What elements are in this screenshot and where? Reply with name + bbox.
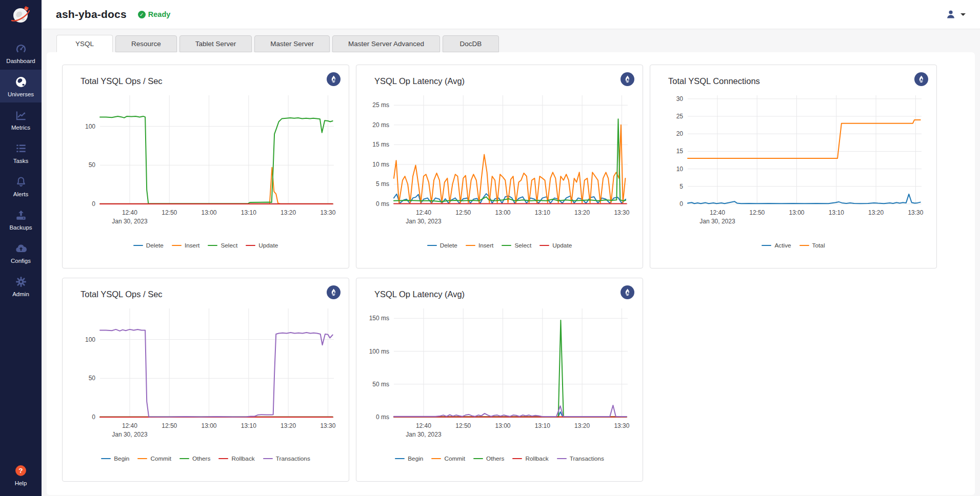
chart-plot-area[interactable]: 12:40Jan 30, 202312:5013:0013:1013:2013:… xyxy=(71,88,340,240)
legend-item-delete[interactable]: Delete xyxy=(427,242,457,249)
legend-item-insert[interactable]: Insert xyxy=(172,242,200,249)
svg-text:13:10: 13:10 xyxy=(241,209,256,216)
chart-plot-area[interactable]: 12:40Jan 30, 202312:5013:0013:1013:2013:… xyxy=(365,88,634,240)
legend-swatch xyxy=(218,458,228,460)
legend-item-begin[interactable]: Begin xyxy=(395,455,423,462)
svg-text:0: 0 xyxy=(679,200,683,208)
legend-item-insert[interactable]: Insert xyxy=(466,242,494,249)
panel-total-ysql-ops-transactions: Total YSQL Ops / Sec 12:40Jan 30, 202312… xyxy=(62,278,349,482)
legend-label: Delete xyxy=(440,242,457,249)
tab-resource[interactable]: Resource xyxy=(115,35,177,52)
sidebar-item-help[interactable]: ? Help xyxy=(0,459,42,491)
svg-text:5 ms: 5 ms xyxy=(376,180,389,188)
legend-item-update[interactable]: Update xyxy=(246,242,278,249)
tab-tablet-server[interactable]: Tablet Server xyxy=(179,35,252,52)
prometheus-icon[interactable] xyxy=(327,72,341,86)
legend-item-select[interactable]: Select xyxy=(208,242,237,249)
sidebar-item-label: Tasks xyxy=(13,158,28,164)
svg-text:100: 100 xyxy=(85,123,95,130)
sidebar-item-admin[interactable]: Admin xyxy=(0,270,42,302)
chart-plot-area[interactable]: 12:40Jan 30, 202312:5013:0013:1013:2013:… xyxy=(659,88,928,240)
chart-legend: BeginCommitOthersRollbackTransactions xyxy=(71,455,340,462)
sidebar-item-backups[interactable]: Backups xyxy=(0,203,42,236)
prometheus-icon[interactable] xyxy=(621,72,634,86)
prometheus-icon[interactable] xyxy=(327,285,341,299)
sidebar-item-dashboard[interactable]: Dashboard xyxy=(0,36,42,69)
legend-item-commit[interactable]: Commit xyxy=(137,455,171,462)
chart-title: YSQL Op Latency (Avg) xyxy=(374,290,634,299)
svg-text:5: 5 xyxy=(679,183,683,190)
legend-item-rollback[interactable]: Rollback xyxy=(218,455,254,462)
legend-swatch xyxy=(557,458,567,460)
prometheus-icon[interactable] xyxy=(621,285,634,299)
tab-docdb[interactable]: DocDB xyxy=(443,35,499,52)
legend-item-active[interactable]: Active xyxy=(762,242,791,249)
tab-ysql[interactable]: YSQL xyxy=(56,35,113,52)
sidebar-item-label: Alerts xyxy=(13,191,28,197)
status-text: Ready xyxy=(148,10,171,18)
chart-line-icon xyxy=(14,109,28,122)
legend-label: Rollback xyxy=(231,455,254,462)
panel-total-ysql-connections: Total YSQL Connections 12:40Jan 30, 2023… xyxy=(650,65,937,268)
legend-swatch xyxy=(246,245,255,246)
legend-label: Active xyxy=(774,242,791,249)
legend-label: Transactions xyxy=(276,455,310,462)
legend-item-others[interactable]: Others xyxy=(179,455,210,462)
svg-text:12:40: 12:40 xyxy=(122,209,137,216)
svg-text:15 ms: 15 ms xyxy=(372,141,389,148)
legend-item-transactions[interactable]: Transactions xyxy=(263,455,310,462)
cloud-upload-icon xyxy=(14,242,28,255)
svg-text:10: 10 xyxy=(676,166,684,173)
svg-text:13:10: 13:10 xyxy=(535,422,550,429)
svg-text:13:10: 13:10 xyxy=(829,209,844,216)
tab-master-server-advanced[interactable]: Master Server Advanced xyxy=(332,35,440,52)
svg-text:0 ms: 0 ms xyxy=(376,414,389,421)
svg-text:12:40: 12:40 xyxy=(122,422,137,429)
legend-label: Commit xyxy=(150,455,171,462)
legend-item-update[interactable]: Update xyxy=(539,242,572,249)
svg-text:12:40: 12:40 xyxy=(710,209,725,216)
svg-text:12:40: 12:40 xyxy=(416,422,431,429)
main-content: YSQLResourceTablet ServerMaster ServerMa… xyxy=(42,29,980,496)
sidebar-item-alerts[interactable]: Alerts xyxy=(0,170,42,202)
legend-swatch xyxy=(179,458,189,460)
svg-text:Jan 30, 2023: Jan 30, 2023 xyxy=(112,431,148,438)
help-question-icon: ? xyxy=(14,464,28,478)
legend-label: Others xyxy=(486,455,504,462)
sidebar-item-tasks[interactable]: Tasks xyxy=(0,136,42,169)
legend-label: Select xyxy=(221,242,237,249)
legend-label: Insert xyxy=(185,242,200,249)
legend-item-select[interactable]: Select xyxy=(502,242,531,249)
legend-item-commit[interactable]: Commit xyxy=(431,455,465,462)
sidebar-item-label: Metrics xyxy=(11,125,30,131)
svg-text:13:30: 13:30 xyxy=(320,209,335,216)
legend-swatch xyxy=(473,458,483,460)
svg-text:12:50: 12:50 xyxy=(455,422,471,429)
legend-label: Total xyxy=(812,242,825,249)
legend-swatch xyxy=(137,458,147,460)
legend-item-delete[interactable]: Delete xyxy=(133,242,164,249)
svg-text:10 ms: 10 ms xyxy=(372,161,389,168)
legend-item-others[interactable]: Others xyxy=(473,455,504,462)
sidebar-item-metrics[interactable]: Metrics xyxy=(0,103,42,136)
legend-item-rollback[interactable]: Rollback xyxy=(512,455,548,462)
svg-text:Jan 30, 2023: Jan 30, 2023 xyxy=(406,431,442,438)
svg-text:13:10: 13:10 xyxy=(535,209,550,216)
sidebar-item-universes[interactable]: Universes xyxy=(0,70,42,102)
svg-text:20: 20 xyxy=(676,130,684,137)
legend-swatch xyxy=(512,458,522,460)
sidebar-item-configs[interactable]: Configs xyxy=(0,236,42,269)
chart-plot-area[interactable]: 12:40Jan 30, 202312:5013:0013:1013:2013:… xyxy=(71,301,340,453)
tab-master-server[interactable]: Master Server xyxy=(254,35,330,52)
user-menu[interactable] xyxy=(945,8,966,20)
legend-item-total[interactable]: Total xyxy=(799,242,825,249)
legend-item-begin[interactable]: Begin xyxy=(101,455,129,462)
app-logo[interactable] xyxy=(0,0,42,29)
legend-swatch xyxy=(762,245,771,246)
svg-text:13:20: 13:20 xyxy=(281,422,296,429)
globe-icon xyxy=(14,75,28,89)
chart-plot-area[interactable]: 12:40Jan 30, 202312:5013:0013:1013:2013:… xyxy=(365,301,634,453)
prometheus-icon[interactable] xyxy=(914,72,928,86)
panel-total-ysql-ops: Total YSQL Ops / Sec 12:40Jan 30, 202312… xyxy=(62,65,349,268)
legend-item-transactions[interactable]: Transactions xyxy=(557,455,604,462)
